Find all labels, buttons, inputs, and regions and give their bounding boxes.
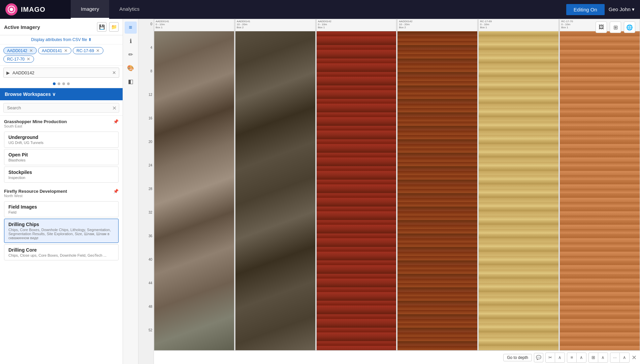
chip-close-3[interactable]: ✕ — [27, 57, 30, 62]
workspace-item-underground[interactable]: Underground UG Drift, UG Tunnels — [4, 132, 119, 148]
user-menu[interactable]: Geo John ▾ — [609, 6, 640, 12]
depth-36: 36 — [149, 234, 152, 238]
core-header-1: AADD0141 10 - 20m Box 2 — [235, 19, 315, 31]
style-button[interactable]: 🎨 — [125, 62, 137, 74]
drillingchips-sub: Chips, Core Boxes, Downhole Chips, Litho… — [8, 228, 114, 240]
core-column-0[interactable]: AADD0141 0 - 10m Box 1 — [154, 19, 234, 351]
chip-rc1769[interactable]: RC-17-69 ✕ — [73, 47, 103, 54]
workspace-group-grasshopper: 📌 Grasshopper Mine Production South East — [0, 116, 123, 132]
chip-close-0[interactable]: ✕ — [29, 48, 33, 53]
chip-aadd0141[interactable]: AADD0141 ✕ — [38, 47, 71, 54]
workspace-item-drillingcore[interactable]: Drilling Core Chips, Close ups, Core Box… — [4, 244, 119, 260]
depth-8: 8 — [150, 69, 152, 73]
group-title-grasshopper: Grasshopper Mine Production — [4, 119, 119, 124]
workspace-item-stockpiles[interactable]: Stockpiles Inspection — [4, 167, 119, 183]
comment-icon-button[interactable]: 💬 — [534, 353, 543, 362]
info-button[interactable]: ℹ — [125, 35, 137, 47]
drillingchips-title: Drilling Chips — [8, 222, 114, 227]
left-sidebar: Active Imagery 💾 📁 Display attributes fr… — [0, 19, 123, 364]
core-column-2[interactable]: AADD0142 0 - 10m Box 1 — [316, 19, 397, 351]
workspace-item-drillingchips[interactable]: Drilling Chips Chips, Core Boxes, Downho… — [4, 219, 119, 243]
save-icon-button[interactable]: 💾 — [97, 22, 106, 32]
dot-1[interactable] — [53, 82, 56, 85]
core-header-2: AADD0142 0 - 10m Box 1 — [317, 19, 396, 31]
openpit-title: Open Pit — [8, 152, 114, 157]
viewer-bottom-bar: Go to depth 💬 ✂ ∧ ≡ ∧ ⊞ ∧ ··· ∧ — [154, 351, 640, 364]
chip-aadd0142-active[interactable]: AADD0142 ✕ — [3, 47, 37, 54]
chip-close-1[interactable]: ✕ — [64, 48, 68, 53]
core-img-2[interactable] — [317, 31, 396, 350]
list-view-button[interactable]: ≡ — [125, 22, 137, 34]
depth-ruler: 0 4 8 12 16 20 24 28 32 36 40 44 48 52 — [138, 19, 154, 364]
pin-icon-firefly[interactable]: 📌 — [113, 189, 119, 194]
dots-up-button[interactable]: ∧ — [620, 353, 629, 362]
lines-up-button[interactable]: ∧ — [577, 353, 586, 362]
svg-point-1 — [10, 8, 13, 11]
fieldimages-title: Field Images — [8, 204, 114, 210]
workspace-list: 📌 Grasshopper Mine Production South East… — [0, 116, 123, 364]
depth-32: 32 — [149, 211, 152, 214]
workspace-item-fieldimages[interactable]: Field Images Field — [4, 201, 119, 217]
image-view-button[interactable]: 🖼 — [596, 22, 607, 33]
active-imagery-header: Active Imagery 💾 📁 — [0, 19, 123, 35]
logo-icon — [5, 3, 18, 15]
annotation-button[interactable]: ✏ — [125, 48, 137, 61]
grid-view-button[interactable]: ⊞ — [610, 22, 621, 33]
chip-close-2[interactable]: ✕ — [96, 48, 100, 53]
core-img-0[interactable] — [154, 31, 234, 350]
core-column-5[interactable]: RC-17-70 0 - 10m Box 1 — [559, 19, 640, 351]
browse-workspaces-title: Browse Workspaces ∨ — [5, 92, 56, 97]
editing-on-button[interactable]: Editing On — [566, 4, 605, 15]
pin-icon-grasshopper[interactable]: 📌 — [113, 119, 119, 124]
tab-imagery[interactable]: Imagery — [71, 0, 109, 19]
chip-rc1770[interactable]: RC-17-70 ✕ — [3, 56, 34, 63]
folder-icon-button[interactable]: 📁 — [109, 22, 119, 32]
go-to-depth-button[interactable]: Go to depth — [503, 354, 532, 361]
main-viewer: 🖼 ⊞ 🌐 0 4 8 12 16 20 24 28 32 36 40 44 4… — [138, 19, 640, 364]
core-img-1[interactable] — [235, 31, 315, 350]
grid-nav: ⊞ ∧ — [588, 353, 608, 363]
depth-48: 48 — [149, 305, 152, 308]
dot-3[interactable] — [62, 82, 65, 85]
lines-icon-button[interactable]: ≡ — [567, 353, 577, 362]
core-img-3[interactable] — [397, 31, 477, 350]
layers-button[interactable]: ◧ — [125, 75, 137, 87]
dot-2[interactable] — [58, 82, 60, 85]
top-navigation: IMAGO Imagery Analytics Editing On Geo J… — [0, 0, 640, 19]
core-images-grid: AADD0141 0 - 10m Box 1 AADD0141 10 - 20m… — [154, 19, 640, 351]
dot-4[interactable] — [67, 82, 70, 85]
depth-44: 44 — [149, 281, 152, 285]
search-clear-icon[interactable]: ✕ — [112, 105, 117, 111]
lines-nav: ≡ ∧ — [567, 353, 586, 363]
depth-24: 24 — [149, 163, 152, 167]
map-view-button[interactable]: 🌐 — [624, 22, 635, 33]
drillingcore-sub: Chips, Close ups, Core Boxes, Downhole F… — [8, 253, 114, 257]
close-viewer-button[interactable]: ✕ — [632, 354, 637, 361]
scissors-icon-button[interactable]: ✂ — [546, 353, 555, 362]
right-icon-bar: ≡ ℹ ✏ 🎨 ◧ — [123, 19, 138, 364]
core-column-3[interactable]: AADD0142 10 - 20m Box 2 — [397, 19, 478, 351]
tab-analytics[interactable]: Analytics — [109, 0, 150, 19]
expanded-label: AADD0142 — [12, 70, 109, 75]
browse-workspaces-header[interactable]: Browse Workspaces ∨ — [0, 88, 123, 100]
core-column-4[interactable]: RC-17-69 0 - 10m Box 1 — [478, 19, 559, 351]
search-input[interactable] — [3, 103, 119, 113]
core-img-4[interactable] — [479, 31, 558, 350]
viewer-toolbar: 🖼 ⊞ 🌐 — [596, 22, 635, 33]
header-icons: 💾 📁 — [97, 22, 119, 32]
core-img-5[interactable] — [560, 31, 640, 350]
nav-tabs: Imagery Analytics — [71, 0, 150, 19]
logo-text: IMAGO — [21, 6, 45, 13]
dots-icon-button[interactable]: ··· — [610, 353, 620, 362]
scissors-up-button[interactable]: ∧ — [555, 353, 565, 362]
expanded-close-btn[interactable]: ✕ — [112, 70, 116, 75]
stockpiles-sub: Inspection — [8, 176, 114, 180]
core-column-1[interactable]: AADD0141 10 - 20m Box 2 — [235, 19, 316, 351]
csv-link[interactable]: Display attributes from CSV file ⬆ — [0, 35, 123, 44]
grid-up-button[interactable]: ∧ — [598, 353, 608, 362]
grid-icon-button[interactable]: ⊞ — [589, 353, 598, 362]
stockpiles-title: Stockpiles — [8, 170, 114, 175]
depth-28: 28 — [149, 187, 152, 191]
workspace-item-openpit[interactable]: Open Pit Blastholes — [4, 149, 119, 165]
group-title-firefly: Firefly Resource Development — [4, 189, 119, 194]
